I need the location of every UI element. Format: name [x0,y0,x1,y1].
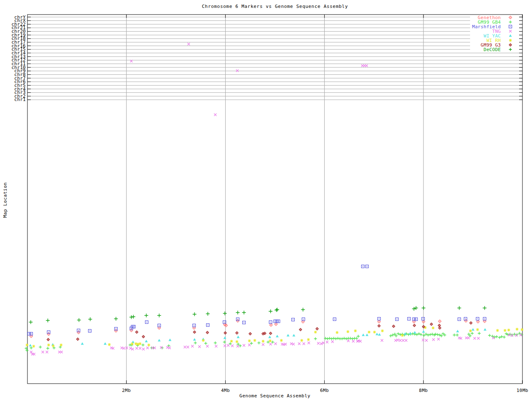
data-point-dot [159,325,160,326]
chr-label: chr1 [14,97,26,102]
data-point-dot [367,266,367,267]
data-point [471,332,474,335]
data-point [52,345,55,347]
data-point [198,345,201,348]
data-point [29,344,32,347]
data-point [495,335,498,338]
data-point [472,328,475,331]
data-point [469,330,472,332]
data-point [46,319,50,323]
data-point [425,339,428,342]
data-point [224,337,227,339]
data-point-dot [31,336,32,337]
data-point [214,342,217,345]
data-point [477,337,480,340]
data-point [381,330,384,332]
data-point [376,333,379,335]
data-point [437,338,440,340]
data-point [284,343,287,345]
data-point [359,340,362,342]
data-point-dot [270,322,271,323]
data-point-dot [146,322,147,323]
data-point [504,329,507,332]
data-point-dot [416,319,416,320]
data-point [483,306,487,310]
data-point [193,338,196,341]
data-point-dot [439,328,440,328]
data-point-dot [77,339,78,340]
data-point [206,345,209,347]
data-point-dot [431,324,432,325]
data-point-dot [379,318,379,319]
data-point-dot [276,324,276,325]
data-point [432,338,435,341]
data-point-dot [89,330,90,331]
data-point [268,336,271,338]
data-point [215,345,217,347]
data-point [42,351,44,353]
data-point-dot [226,325,227,326]
data-point [139,342,142,345]
data-point-dot [477,318,478,319]
data-point-dot [362,266,363,267]
data-point [422,339,424,341]
data-point [60,344,63,347]
data-point [456,334,459,337]
data-point-dot [250,333,251,334]
data-point [262,340,265,343]
data-point [194,342,197,345]
data-point [274,342,277,345]
data-point [32,345,35,348]
data-point-dot [78,330,79,331]
data-point-dot [29,333,30,334]
data-point [145,314,148,318]
data-point [30,347,33,350]
data-point [300,339,303,342]
data-point-dot [393,326,394,327]
data-point [422,330,425,333]
data-point-dot [237,319,238,320]
data-point [458,306,461,310]
data-point [352,340,355,342]
data-point [397,339,399,341]
data-point [456,330,459,332]
data-point [314,331,317,334]
data-point [231,345,234,347]
data-point [184,346,186,348]
data-point [341,337,344,340]
data-point [81,342,84,345]
data-point-dot [207,332,208,333]
data-point [513,333,516,336]
data-point [476,328,479,331]
data-point [135,347,138,350]
data-point [129,347,132,350]
data-point [401,334,404,337]
data-point-dot [478,321,478,322]
data-point-dot [159,328,160,328]
data-point [357,335,360,338]
data-point [158,339,161,342]
data-point-dot [236,332,237,333]
data-point [89,318,92,321]
data-point [411,332,414,335]
data-point [343,337,346,340]
data-point [227,344,229,347]
data-point [347,330,350,333]
data-point [414,306,418,310]
data-point [330,337,333,340]
data-point-dot [459,319,460,320]
chart-canvas: Chromosome 6 Markers vs Genome Sequence … [0,0,532,399]
data-point [139,347,141,350]
data-point [503,336,506,339]
data-point [237,336,240,338]
data-point-dot [510,26,511,27]
data-point [484,328,487,331]
data-point [351,337,354,340]
data-point [331,340,334,343]
data-point [368,331,371,334]
data-point [262,343,264,346]
data-point [287,334,290,337]
data-point-dot [48,339,49,340]
data-point [169,339,172,341]
data-point-dot [334,319,335,320]
